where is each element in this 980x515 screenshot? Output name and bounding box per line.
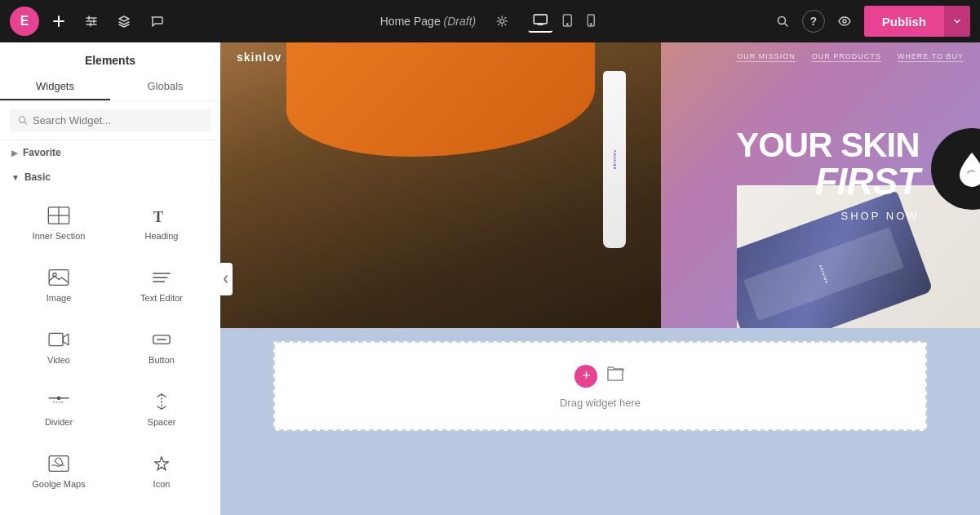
widget-video[interactable]: Video [8, 317, 109, 377]
nav-link-where[interactable]: WHERE TO BUY [898, 52, 964, 62]
widget-button[interactable]: Button [111, 317, 212, 377]
text-editor-label: Text Editor [140, 293, 183, 303]
panel-title: Elements [0, 42, 220, 67]
elementor-logo[interactable]: E [10, 7, 39, 36]
divider-label: Divider [45, 417, 73, 427]
svg-point-8 [19, 117, 24, 122]
tablet-view-button[interactable] [557, 11, 577, 33]
favorite-section-header[interactable]: ▶ Favorite [0, 140, 220, 165]
hero-nav: skinlov OUR MISSION OUR PRODUCTS WHERE T… [220, 51, 980, 64]
svg-text:T: T [153, 208, 164, 224]
tab-globals[interactable]: Globals [110, 73, 220, 100]
chevron-down-icon [953, 17, 961, 25]
panel-collapse-handle[interactable] [220, 263, 233, 295]
drag-folder-icon [605, 364, 625, 388]
basic-section-header[interactable]: ▼ Basic [0, 165, 220, 189]
nav-link-products[interactable]: OUR PRODUCTS [812, 52, 881, 62]
product-bottle-label-dark: skinlov [743, 227, 904, 321]
toolbar-right: ? Publish [769, 6, 970, 37]
image-icon [46, 267, 72, 288]
widget-google-maps[interactable]: Goolge Maps [8, 441, 109, 501]
collapse-icon [223, 274, 229, 284]
hero-text: YOUR SKIN FIRST SHOP NOW [736, 128, 919, 222]
drag-icons: + [574, 364, 625, 388]
tab-widgets[interactable]: Widgets [0, 73, 110, 100]
page-title: skinlov Home Page (Draft) [380, 15, 477, 28]
hero-nav-links: OUR MISSION OUR PRODUCTS WHERE TO BUY [737, 52, 964, 62]
drag-text: Drag widget here [560, 397, 641, 409]
widget-spacer[interactable]: Spacer [111, 379, 212, 439]
settings-panel-button[interactable] [78, 8, 104, 34]
inner-section-icon [46, 205, 72, 226]
folder-icon [605, 364, 625, 384]
widget-inner-section[interactable]: Inner Section [8, 193, 109, 253]
toolbar: E skinlov Home Page (Draft) [0, 0, 980, 42]
google-maps-label: Goolge Maps [32, 479, 85, 489]
publish-button[interactable]: Publish [864, 6, 944, 37]
search-input-wrap [10, 109, 211, 131]
drag-widget-area[interactable]: + Drag widget here [273, 341, 928, 431]
drop-svg-icon [951, 149, 980, 189]
plus-icon [52, 15, 65, 28]
mobile-view-button[interactable] [582, 11, 600, 33]
button-icon [149, 329, 175, 350]
search-icon [776, 15, 789, 28]
product-bottle-text: skinlov [818, 264, 830, 284]
google-maps-icon [46, 453, 72, 474]
heading-label: Heading [145, 231, 179, 241]
inner-section-label: Inner Section [33, 231, 86, 241]
preview-button[interactable] [831, 8, 858, 34]
text-editor-icon [149, 267, 175, 288]
svg-rect-13 [49, 270, 69, 286]
publish-dropdown-button[interactable] [944, 6, 970, 37]
icon-label: Icon [153, 479, 171, 489]
layers-button[interactable] [111, 8, 137, 34]
hero-cta[interactable]: SHOP NOW [736, 210, 919, 222]
svg-point-6 [778, 17, 785, 24]
layers-icon [118, 15, 131, 28]
search-bar [0, 101, 220, 140]
comments-button[interactable] [144, 8, 170, 34]
page-settings-button[interactable] [489, 8, 515, 34]
widget-icon[interactable]: Icon [111, 441, 212, 501]
search-input[interactable] [33, 114, 202, 127]
settings-icon [496, 16, 508, 27]
desktop-icon [533, 14, 548, 25]
eye-icon [838, 15, 851, 28]
video-icon [46, 329, 72, 350]
canvas-area: skinlov skinlov OUR MISSION OUR PRODUCTS… [220, 42, 980, 515]
svg-rect-1 [534, 15, 547, 24]
left-panel: Elements Widgets Globals ▶ Favorite ▼ [0, 42, 220, 515]
spacer-label: Spacer [148, 417, 176, 427]
product-bottle-white: skinlov [603, 71, 626, 248]
panel-tabs: Widgets Globals [0, 73, 220, 101]
widget-text-editor[interactable]: Text Editor [111, 255, 212, 315]
button-label: Button [149, 355, 175, 365]
pro-section-header[interactable]: ▼ Pro [0, 509, 220, 515]
drag-area-container: + Drag widget here [220, 328, 980, 431]
publish-group: Publish [864, 6, 970, 37]
search-button[interactable] [769, 8, 796, 34]
video-label: Video [47, 355, 70, 365]
nav-link-mission[interactable]: OUR MISSION [737, 52, 796, 62]
add-element-button[interactable] [46, 8, 72, 34]
desktop-view-button[interactable] [528, 11, 552, 33]
hero-headline: YOUR SKIN FIRST [736, 128, 919, 200]
toolbar-center: skinlov Home Page (Draft) [380, 8, 601, 34]
svg-point-14 [53, 273, 56, 277]
spacer-icon [149, 391, 175, 412]
hero-section: skinlov skinlov OUR MISSION OUR PRODUCTS… [220, 42, 980, 328]
widget-heading[interactable]: T Heading [111, 193, 212, 253]
widget-divider[interactable]: Divider [8, 379, 109, 439]
image-label: Image [47, 293, 72, 303]
svg-rect-18 [49, 333, 63, 345]
heading-icon: T [149, 205, 175, 226]
drag-plus-icon[interactable]: + [574, 365, 597, 388]
svg-point-3 [566, 23, 568, 24]
basic-widgets-grid: Inner Section T Heading [0, 189, 220, 504]
widget-image[interactable]: Image [8, 255, 109, 315]
basic-section-label: Basic [24, 171, 51, 183]
help-button[interactable]: ? [802, 10, 825, 33]
search-icon-small [18, 115, 28, 126]
comment-icon [150, 15, 163, 28]
